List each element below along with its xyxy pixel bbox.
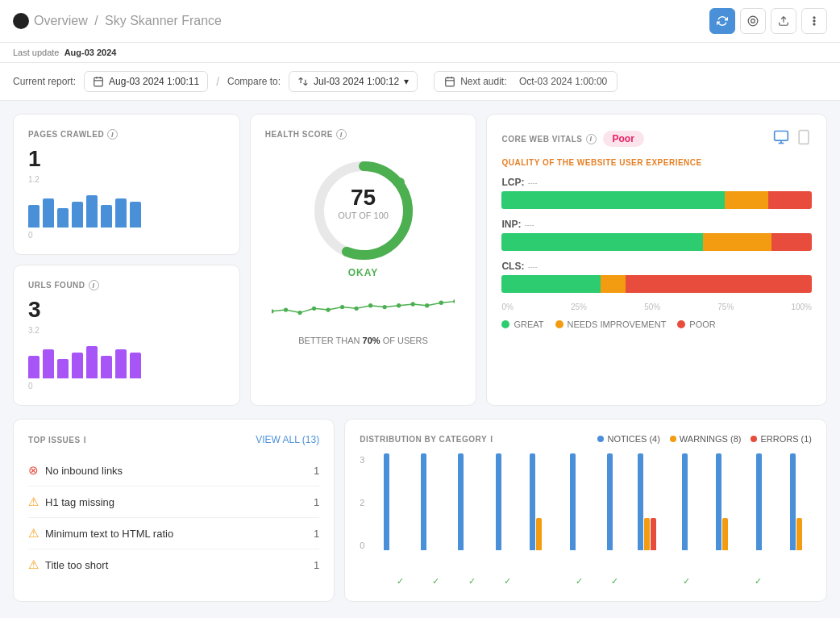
bar	[72, 353, 83, 378]
dist-checkmark: ✓	[561, 576, 597, 587]
dist-bar-group	[781, 453, 812, 550]
dist-checkmark	[526, 576, 561, 587]
dist-bar-group	[371, 453, 401, 550]
bar	[57, 359, 69, 378]
logo-icon	[13, 13, 29, 29]
cwv-cls-bar	[501, 275, 812, 293]
svg-point-18	[284, 307, 288, 311]
dist-checkmarks: ✓✓✓✓✓✓✓✓	[360, 576, 812, 587]
next-audit-button[interactable]: Next audit: Oct-03 2024 1:00:00	[434, 71, 618, 92]
pages-crawled-card: PAGES CRAWLED i 1 1.2 0	[13, 114, 240, 255]
notice-bar	[530, 453, 535, 550]
cwv-inp-label: INP:	[501, 219, 521, 230]
health-score-label: HEALTH SCORE	[265, 130, 333, 139]
next-audit-value: Oct-03 2024 1:00:00	[519, 76, 607, 87]
svg-point-0	[748, 16, 758, 26]
issue-text-2: H1 tag missing	[45, 496, 114, 508]
cwv-info[interactable]: i	[586, 134, 597, 144]
issue-count-4: 1	[314, 559, 319, 571]
notice-bar	[607, 453, 613, 550]
warning-bar	[536, 518, 542, 550]
current-report-button[interactable]: Aug-03 2024 1:00:11	[84, 71, 208, 92]
upload-button[interactable]	[771, 8, 796, 34]
dist-checkmark	[633, 576, 668, 587]
dist-bar-group	[669, 453, 700, 550]
health-score-out-of: OUT OF 100	[338, 211, 389, 220]
sparkline-svg	[272, 288, 455, 320]
svg-point-28	[425, 303, 429, 307]
dist-info[interactable]: i	[490, 435, 493, 444]
desktop-icon[interactable]	[773, 129, 789, 148]
health-score-donut: 75 OUT OF 100	[265, 154, 462, 267]
svg-point-19	[297, 311, 301, 315]
more-button[interactable]	[801, 8, 827, 34]
urls-found-label: URLS FOUND	[28, 281, 85, 290]
main-grid: PAGES CRAWLED i 1 1.2 0 HEALTH SCORE i 7…	[0, 101, 840, 419]
compare-report-button[interactable]: Jul-03 2024 1:00:12 ▾	[289, 71, 418, 92]
mobile-icon[interactable]	[796, 129, 812, 148]
dist-bar-group	[557, 453, 588, 550]
warning-bar	[722, 518, 728, 550]
report-bar: Current report: Aug-03 2024 1:00:11 / Co…	[0, 63, 840, 101]
bar	[115, 349, 127, 378]
notice-bar	[496, 453, 501, 550]
poor-dot	[677, 320, 685, 328]
bar	[101, 205, 112, 228]
filter-button[interactable]	[740, 8, 766, 34]
issue-warn-icon-2: ⚠	[28, 526, 39, 541]
great-dot	[501, 320, 509, 328]
svg-point-30	[453, 299, 455, 303]
urls-found-value: 3	[28, 297, 225, 323]
cwv-badge: Poor	[603, 131, 644, 147]
pages-crawled-value: 1	[28, 146, 225, 172]
notice-bar	[570, 453, 576, 550]
bar	[57, 208, 69, 228]
dist-checkmark	[705, 576, 740, 587]
cwv-inp-row: INP: ----	[501, 219, 812, 251]
bar	[130, 202, 141, 228]
view-all-link[interactable]: VIEW ALL (13)	[256, 434, 319, 445]
pages-crawled-info[interactable]: i	[107, 129, 118, 140]
error-bar	[651, 518, 656, 550]
cwv-label: CORE WEB VITALS	[501, 135, 582, 144]
pages-crawled-chart	[28, 187, 225, 228]
notice-bar	[682, 453, 688, 550]
bar	[43, 349, 54, 378]
issue-warn-icon-3: ⚠	[28, 557, 39, 572]
bar	[43, 198, 54, 228]
last-update-value: Aug-03 2024	[64, 48, 117, 57]
svg-point-20	[312, 307, 316, 311]
notices-dot	[597, 436, 604, 442]
pages-crawled-min: 0	[28, 231, 225, 240]
refresh-button[interactable]	[709, 8, 735, 34]
pages-crawled-label: PAGES CRAWLED	[28, 130, 104, 139]
current-report-label: Current report:	[13, 76, 76, 87]
issue-warn-icon-1: ⚠	[28, 495, 39, 509]
issue-count-2: 1	[314, 496, 319, 508]
warning-bar	[644, 518, 650, 550]
dist-bar-group	[595, 453, 626, 550]
health-score-info[interactable]: i	[336, 129, 347, 140]
bar	[28, 205, 40, 228]
bar	[130, 353, 141, 378]
header-actions	[709, 8, 827, 34]
subheader: Last update Aug-03 2024	[0, 43, 840, 63]
urls-found-chart	[28, 338, 225, 378]
distribution-card: DISTRIBUTION BY CATEGORY i NOTICES (4) W…	[344, 419, 827, 602]
urls-found-info[interactable]: i	[89, 280, 99, 290]
notice-bar	[790, 453, 796, 550]
warnings-dot	[670, 436, 676, 442]
svg-point-1	[751, 19, 755, 23]
compare-label: Compare to:	[227, 76, 281, 87]
dist-chart: 3 2 0	[360, 453, 812, 574]
dist-checkmark: ✓	[489, 576, 525, 587]
notice-bar	[638, 453, 643, 550]
breadcrumb: Overview / Sky Skanner France	[13, 13, 222, 29]
urls-found-max: 3.2	[28, 326, 225, 335]
dist-legend: NOTICES (4) WARNINGS (8) ERRORS (1)	[597, 434, 812, 444]
top-issues-info[interactable]: i	[84, 436, 86, 445]
svg-point-4	[813, 20, 815, 22]
svg-point-29	[439, 301, 443, 305]
trend-sparkline	[265, 288, 462, 323]
health-score-number: 75	[338, 185, 389, 211]
